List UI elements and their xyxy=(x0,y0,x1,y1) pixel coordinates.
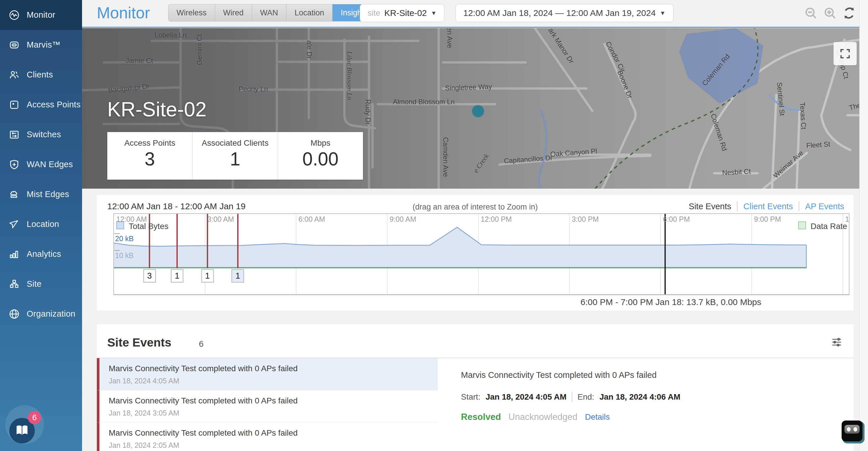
sidebar-item-label: Location xyxy=(27,219,59,229)
cloud-icon xyxy=(9,189,20,200)
stat-value: 1 xyxy=(192,148,277,170)
divider xyxy=(572,392,572,402)
tab-wan[interactable]: WAN xyxy=(252,4,286,21)
refresh-icon[interactable] xyxy=(842,6,856,20)
status-resolved: Resolved xyxy=(461,412,501,422)
street-label: Singletree Way xyxy=(445,82,492,92)
event-detail-title: Marvis Connectivity Test completed with … xyxy=(461,370,844,380)
marvis-chat-button[interactable] xyxy=(842,421,865,444)
sidebar-item-label: Analytics xyxy=(27,249,61,259)
sidebar-item-wan-edges[interactable]: WAN Edges xyxy=(0,149,82,179)
status-unacknowledged: Unacknowledged xyxy=(508,412,578,422)
site-event-row[interactable]: Marvis Connectivity Test completed with … xyxy=(97,390,438,423)
sidebar-item-switches[interactable]: Switches xyxy=(0,119,82,149)
event-timestamp: Jan 18, 2024 2:05 AM xyxy=(109,441,438,450)
stat-value: 0.00 xyxy=(278,148,363,170)
event-tab-site-events[interactable]: Site Events xyxy=(689,202,732,211)
zoom-in-icon[interactable] xyxy=(824,6,837,20)
switch-icon xyxy=(9,129,20,140)
sidebar-item-clients[interactable]: Clients xyxy=(0,60,82,90)
sidebar-item-label: Access Points xyxy=(27,100,81,109)
stat-associated-clients: Associated Clients1 xyxy=(192,132,278,180)
event-title: Marvis Connectivity Test completed with … xyxy=(109,364,438,373)
map-fullscreen-button[interactable] xyxy=(834,42,857,65)
site-map[interactable]: Lobelia LnGemini Ctale DrLilac Blossom L… xyxy=(82,28,859,189)
site-events-count: 6 xyxy=(199,339,204,349)
site-events-title: Site Events xyxy=(107,336,171,349)
legend-data-rate: Data Rate xyxy=(798,221,847,231)
filter-sliders-icon[interactable] xyxy=(830,336,843,348)
site-events-card: Site Events 6 Marvis Connectivity Test c… xyxy=(97,324,854,451)
end-value: Jan 18, 2024 4:06 AM xyxy=(599,392,680,402)
x-tick-label: 12:00 PM xyxy=(481,215,512,223)
x-tick-label: 9:00 PM xyxy=(754,215,781,223)
site-event-row[interactable]: Marvis Connectivity Test completed with … xyxy=(97,423,438,451)
tab-wired[interactable]: Wired xyxy=(215,4,252,21)
sidebar-item-mist-edges[interactable]: Mist Edges xyxy=(0,179,82,209)
event-count-box[interactable]: 3 xyxy=(143,269,156,283)
sidebar-item-label: WAN Edges xyxy=(27,160,73,169)
x-tick-label: 6:00 AM xyxy=(299,215,325,223)
sidebar-item-monitor[interactable]: Monitor xyxy=(0,0,82,30)
timeseries-chart[interactable]: Total Bytes Data Rate 12:00 AM3:00 AM6:0… xyxy=(113,213,849,295)
event-tab-ap-events[interactable]: AP Events xyxy=(805,202,844,211)
sidebar-item-access-points[interactable]: Access Points xyxy=(0,90,82,119)
tab-location[interactable]: Location xyxy=(286,4,333,21)
site-event-detail: Marvis Connectivity Test completed with … xyxy=(461,358,844,422)
total-bytes-area xyxy=(114,227,806,268)
stat-label: Mbps xyxy=(278,138,363,148)
people-icon xyxy=(9,69,20,80)
site-events-list: Marvis Connectivity Test completed with … xyxy=(97,358,438,451)
event-tab-client-events[interactable]: Client Events xyxy=(743,202,793,211)
ap-location-marker[interactable] xyxy=(472,105,484,117)
event-detail-times: Start: Jan 18, 2024 4:05 AM End: Jan 18,… xyxy=(461,392,844,402)
event-count-box[interactable]: 1 xyxy=(231,269,244,283)
location-arrow-icon xyxy=(9,219,20,230)
x-tick-label: 9:00 AM xyxy=(390,215,416,223)
details-link[interactable]: Details xyxy=(585,413,610,422)
street-label: Camden Ave xyxy=(445,28,454,48)
sidebar-item-marvis[interactable]: Marvis™ xyxy=(0,30,82,60)
site-selector-prefix: site xyxy=(368,8,380,18)
chart-plot-svg xyxy=(114,214,849,294)
event-type-tabs: Site EventsClient EventsAP Events xyxy=(689,201,844,211)
sidebar-item-analytics[interactable]: Analytics xyxy=(0,239,82,269)
stat-mbps: Mbps0.00 xyxy=(278,132,363,180)
page-scrollbar-track[interactable] xyxy=(859,0,868,451)
shield-plus-icon xyxy=(9,159,20,170)
sidebar-item-label: Clients xyxy=(27,70,53,80)
sidebar-item-label: Organization xyxy=(27,309,75,319)
site-stats-card: Access Points3Associated Clients1Mbps0.0… xyxy=(107,132,363,180)
sidebar-item-location[interactable]: Location xyxy=(0,209,82,239)
header-icon-group xyxy=(804,6,856,20)
street-label: Texas Ct xyxy=(798,102,808,130)
chevron-down-icon: ▼ xyxy=(660,10,665,17)
help-notification-badge[interactable]: 6 xyxy=(28,411,41,424)
stat-label: Associated Clients xyxy=(192,138,277,148)
stat-value: 3 xyxy=(107,148,192,170)
site-selector[interactable]: site KR-Site-02 ▼ xyxy=(360,4,444,22)
street-label: Jamie Ct xyxy=(126,57,153,65)
sidebar-item-label: Site xyxy=(27,279,41,289)
street-label: Peony Ln xyxy=(239,85,268,93)
sidebar-item-organization[interactable]: Organization xyxy=(0,299,82,329)
monitor-tab-group: WirelessWiredWANLocationInsights xyxy=(168,4,376,22)
insights-chart-card: 12:00 AM Jan 18 - 12:00 AM Jan 19 (drag … xyxy=(97,195,854,311)
event-timestamp: Jan 18, 2024 3:05 AM xyxy=(109,409,438,417)
street-label: Lilac Blossom Ln xyxy=(346,51,353,100)
time-range-selector[interactable]: 12:00 AM Jan 18, 2024 — 12:00 AM Jan 19,… xyxy=(456,4,674,22)
street-label: Nesbit Ct xyxy=(722,167,751,177)
street-label: Fleet St xyxy=(806,140,830,150)
chart-cursor-readout: 6:00 PM - 7:00 PM Jan 18: 13.7 kB, 0.00 … xyxy=(580,297,761,307)
y-tick-label: 20 kB xyxy=(115,234,134,243)
marvis-bot-icon xyxy=(842,421,863,442)
site-event-row[interactable]: Marvis Connectivity Test completed with … xyxy=(97,358,438,390)
sidebar: MonitorMarvis™ClientsAccess PointsSwitch… xyxy=(0,0,82,451)
event-count-box[interactable]: 1 xyxy=(171,269,184,283)
tab-wireless[interactable]: Wireless xyxy=(168,4,215,21)
sidebar-item-site[interactable]: Site xyxy=(0,269,82,299)
event-count-box[interactable]: 1 xyxy=(201,269,214,283)
zoom-out-icon[interactable] xyxy=(804,6,817,20)
y-tick xyxy=(115,233,120,234)
street-label: Gemini Ct xyxy=(195,34,204,65)
